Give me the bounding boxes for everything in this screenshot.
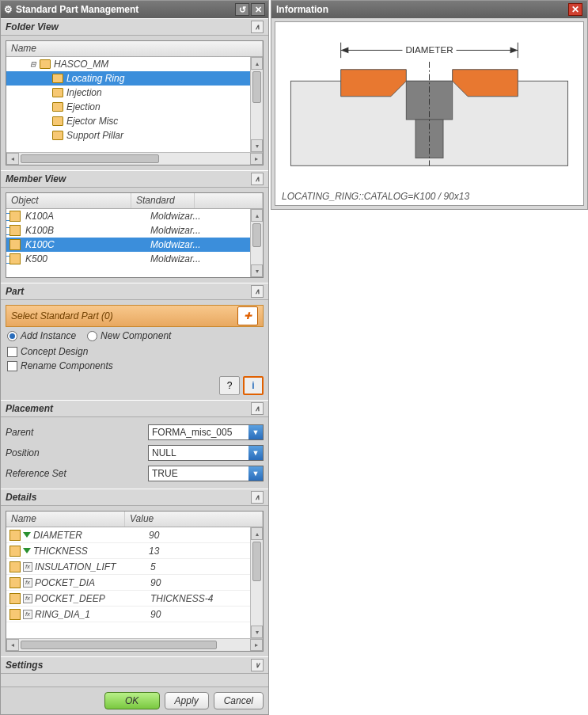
part-icon	[9, 225, 21, 236]
part-header[interactable]: Part ∧	[1, 283, 268, 300]
part-icon	[9, 211, 21, 222]
part-icon	[9, 239, 21, 250]
tree-node-ejection[interactable]: Ejection	[6, 100, 263, 114]
member-row[interactable]: K100BMoldwizar...	[6, 223, 263, 238]
detail-row[interactable]: fxRING_DIA_190	[6, 607, 263, 622]
refset-combo[interactable]: TRUE▼	[148, 466, 264, 481]
settings-header[interactable]: Settings ∨	[1, 656, 268, 674]
member-view-header[interactable]: Member View ∧	[1, 170, 268, 188]
instance-mode: Add Instance New Component	[6, 327, 264, 344]
member-vscroll[interactable]: ▴ ▾	[250, 209, 263, 277]
part-icon	[9, 253, 21, 264]
diagram-caption: LOCATING_RING::CATALOG=K100 / 90x13	[282, 191, 469, 202]
lock-icon	[9, 561, 21, 572]
details-header[interactable]: Details ∧	[1, 489, 268, 506]
tree-node-injection[interactable]: Injection	[6, 86, 263, 100]
folder-icon	[52, 74, 63, 83]
dialog-buttons: OK Apply Cancel	[1, 686, 268, 714]
folder-icon	[52, 88, 63, 97]
tree-node-support-pillar[interactable]: Support Pillar	[6, 128, 263, 143]
chevron-down-icon: ▼	[248, 425, 263, 439]
chevron-up-icon[interactable]: ∧	[251, 285, 264, 298]
close-button[interactable]: ✕	[251, 3, 265, 16]
chevron-down-icon: ▼	[248, 466, 263, 481]
parent-combo[interactable]: FORMA_misc_005▼	[148, 424, 264, 440]
tree-node-locating-ring[interactable]: Locating Ring	[6, 71, 263, 86]
lock-icon	[9, 593, 21, 604]
select-standard-part[interactable]: Select Standard Part (0) ✚	[6, 305, 264, 327]
information-panel: Information ✕ DIAMETER LOCATING_RING::CA…	[271, 0, 588, 210]
svg-text:DIAMETER: DIAMETER	[405, 44, 453, 55]
info-body: DIAMETER LOCATING_RING::CATALOG=K100 / 9…	[275, 21, 584, 206]
triangle-down-icon	[23, 548, 31, 553]
concept-design-check[interactable]	[7, 347, 17, 357]
lock-icon	[9, 546, 21, 557]
folder-tree[interactable]: ⊟HASCO_MM Locating Ring Injection Ejecti…	[6, 57, 263, 152]
expression-icon: fx	[23, 594, 32, 603]
chevron-down-icon: ▼	[248, 446, 263, 460]
member-list[interactable]: K100AMoldwizar... K100BMoldwizar... K100…	[6, 209, 263, 277]
position-combo[interactable]: NULL▼	[148, 445, 264, 461]
chevron-down-icon[interactable]: ∨	[251, 659, 264, 671]
expression-icon: fx	[23, 610, 32, 619]
svg-marker-1	[341, 48, 349, 54]
details-list[interactable]: DIAMETER90 THICKNESS13 fxINSULATION_LIFT…	[6, 527, 263, 638]
panel-title: Standard Part Management	[16, 4, 138, 15]
detail-row[interactable]: fxINSULATION_LIFT5	[6, 559, 263, 575]
detail-row[interactable]: DIAMETER90	[6, 527, 263, 543]
details-vscroll[interactable]: ▴ ▾	[250, 527, 263, 638]
member-row[interactable]: K500Moldwizar...	[6, 252, 263, 266]
detail-row[interactable]: fxPOCKET_DIA90	[6, 575, 263, 591]
info-button[interactable]: i	[243, 376, 264, 395]
standard-part-panel: ⚙ Standard Part Management ↺ ✕ Folder Vi…	[0, 0, 269, 715]
cancel-button[interactable]: Cancel	[214, 692, 264, 709]
lock-icon	[9, 530, 21, 541]
tree-node-root[interactable]: ⊟HASCO_MM	[6, 57, 263, 71]
info-titlebar: Information ✕	[271, 1, 587, 18]
add-instance-radio[interactable]	[7, 331, 17, 341]
rename-components-check[interactable]	[7, 361, 17, 371]
expression-icon: fx	[23, 578, 32, 588]
chevron-up-icon[interactable]: ∧	[251, 402, 264, 415]
new-component-radio[interactable]	[87, 331, 97, 341]
target-icon[interactable]: ✚	[237, 306, 258, 325]
details-grid-header: Name Value	[6, 512, 263, 527]
folder-icon	[52, 131, 63, 140]
svg-marker-2	[510, 48, 518, 54]
close-icon[interactable]: ✕	[568, 3, 582, 16]
chevron-up-icon[interactable]: ∧	[251, 491, 264, 504]
member-row[interactable]: K100AMoldwizar...	[6, 209, 263, 223]
titlebar: ⚙ Standard Part Management ↺ ✕	[1, 1, 268, 18]
folder-icon	[40, 59, 51, 69]
gear-icon: ⚙	[4, 4, 13, 15]
detail-row[interactable]: THICKNESS13	[6, 543, 263, 559]
chevron-up-icon[interactable]: ∧	[251, 21, 264, 33]
reset-button[interactable]: ↺	[235, 3, 249, 16]
chevron-up-icon[interactable]: ∧	[251, 173, 264, 185]
folder-grid-header: Name	[6, 41, 263, 57]
member-grid-header: Object Standard	[6, 193, 263, 209]
apply-button[interactable]: Apply	[165, 692, 209, 709]
tree-hscroll[interactable]: ◂▸	[6, 152, 263, 165]
triangle-down-icon	[23, 532, 31, 538]
help-button[interactable]: ?	[219, 376, 240, 395]
ok-button[interactable]: OK	[104, 692, 160, 709]
lock-icon	[9, 609, 21, 620]
detail-row[interactable]: fxPOCKET_DEEPTHICKNESS-4	[6, 591, 263, 607]
member-row[interactable]: K100CMoldwizar...	[6, 238, 263, 252]
lock-icon	[9, 577, 21, 588]
tree-node-ejector-misc[interactable]: Ejector Misc	[6, 114, 263, 128]
folder-icon	[52, 116, 63, 126]
part-diagram: DIAMETER	[275, 22, 583, 186]
placement-header[interactable]: Placement ∧	[1, 400, 268, 417]
details-hscroll[interactable]: ◂▸	[6, 638, 263, 651]
tree-vscroll[interactable]: ▴ ▾	[250, 57, 263, 152]
expression-icon: fx	[23, 562, 32, 572]
folder-view-header[interactable]: Folder View ∧	[1, 18, 268, 36]
folder-icon	[52, 102, 63, 112]
